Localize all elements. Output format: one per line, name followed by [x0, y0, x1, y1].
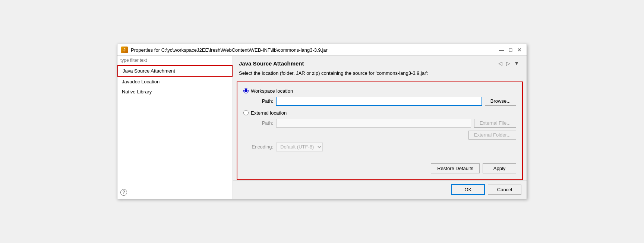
encoding-label: Encoding:	[251, 144, 273, 150]
window-body: Java Source Attachment Javadoc Location …	[117, 56, 527, 198]
close-button[interactable]: ✕	[516, 47, 523, 53]
encoding-select[interactable]: Default (UTF-8)	[276, 143, 323, 151]
nav-item-javadoc-location[interactable]: Javadoc Location	[117, 77, 233, 87]
workspace-path-input[interactable]	[276, 97, 482, 106]
external-path-label: Path:	[251, 120, 273, 126]
header-nav-buttons: ◁ ▷ ▼	[497, 60, 521, 67]
help-icon[interactable]: ?	[120, 189, 127, 196]
external-folder-row: External Folder...	[243, 131, 516, 140]
external-section: External location Path: External File...…	[243, 110, 516, 151]
external-path-input[interactable]	[276, 119, 471, 128]
right-header: Java Source Attachment ◁ ▷ ▼	[233, 56, 527, 67]
external-path-row: Path: External File...	[243, 119, 516, 128]
title-bar-controls: — □ ✕	[498, 47, 523, 53]
app-icon: J	[121, 47, 128, 53]
properties-window: J Properties for C:\yc\workspaceJ2EE\fre…	[117, 44, 527, 199]
content-area: Workspace location Path: Browse... Exter…	[237, 81, 523, 180]
workspace-section: Workspace location Path: Browse...	[243, 88, 516, 106]
panel-description: Select the location (folder, JAR or zip)…	[233, 67, 527, 81]
panel-title: Java Source Attachment	[239, 60, 304, 67]
nav-item-native-library[interactable]: Native Library	[117, 87, 233, 97]
nav-item-java-source-attachment[interactable]: Java Source Attachment	[117, 65, 233, 77]
external-folder-button[interactable]: External Folder...	[468, 131, 516, 140]
nav-bottom: ?	[117, 186, 233, 199]
nav-list: Java Source Attachment Javadoc Location …	[117, 65, 233, 185]
external-radio[interactable]	[243, 110, 249, 115]
right-panel: Java Source Attachment ◁ ▷ ▼ Select the …	[233, 56, 527, 198]
external-file-button[interactable]: External File...	[474, 119, 516, 128]
dialog-bottom: OK Cancel	[233, 180, 527, 199]
content-bottom-buttons: Restore Defaults Apply	[243, 160, 516, 173]
workspace-path-row: Path: Browse...	[243, 97, 516, 106]
workspace-radio-label[interactable]: Workspace location	[243, 88, 516, 94]
header-back-button[interactable]: ◁	[497, 60, 504, 67]
minimize-button[interactable]: —	[498, 47, 505, 53]
window-title: Properties for C:\yc\workspaceJ2EE\fresh…	[131, 47, 328, 53]
maximize-button[interactable]: □	[507, 47, 514, 53]
left-panel: Java Source Attachment Javadoc Location …	[117, 56, 233, 198]
title-bar-left: J Properties for C:\yc\workspaceJ2EE\fre…	[121, 47, 328, 53]
encoding-row: Encoding: Default (UTF-8)	[243, 143, 516, 151]
workspace-path-label: Path:	[251, 98, 273, 104]
cancel-button[interactable]: Cancel	[488, 185, 521, 195]
header-forward-button[interactable]: ▷	[505, 60, 512, 67]
title-bar: J Properties for C:\yc\workspaceJ2EE\fre…	[117, 44, 527, 56]
header-down-button[interactable]: ▼	[512, 60, 521, 67]
apply-button[interactable]: Apply	[483, 163, 516, 173]
external-radio-label[interactable]: External location	[243, 110, 516, 116]
filter-input[interactable]	[117, 56, 233, 65]
workspace-radio[interactable]	[243, 88, 249, 93]
workspace-browse-button[interactable]: Browse...	[485, 97, 516, 106]
restore-defaults-button[interactable]: Restore Defaults	[431, 163, 480, 173]
ok-button[interactable]: OK	[451, 184, 485, 195]
main-content: Java Source Attachment Javadoc Location …	[117, 56, 527, 198]
